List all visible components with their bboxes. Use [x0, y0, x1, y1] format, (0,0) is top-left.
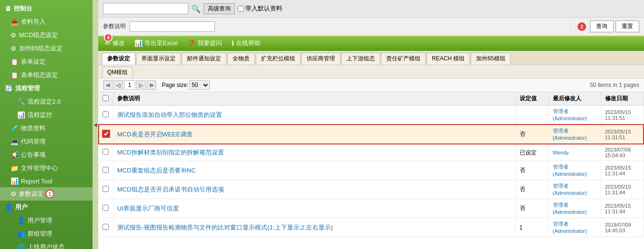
page-size-select[interactable]: 50 100 200	[189, 80, 210, 90]
user-sub-link[interactable]: (Administrator)	[553, 135, 587, 141]
user-sub-link[interactable]: (Administrator)	[553, 209, 587, 215]
row-checkbox[interactable]	[103, 131, 109, 137]
sidebar-item-form-group[interactable]: 📋 表单组态设定	[0, 68, 93, 82]
row-checkbox[interactable]	[103, 167, 109, 173]
tab-extend-pos[interactable]: 扩充栏位模组	[256, 53, 300, 65]
description-link[interactable]: 测试报告-视图报告检测物质与文件的比对窗口显示模式(1:上下显示;2:左右显示)	[117, 224, 333, 231]
export-excel-button[interactable]: 📊 导出至Excel	[131, 38, 181, 48]
row-description[interactable]: UI界面显示厂商可信度	[113, 199, 516, 218]
row-checkbox[interactable]	[103, 149, 109, 155]
search-input[interactable]	[103, 3, 188, 14]
row-description[interactable]: 测试报告-视图报告检测物质与文件的比对窗口显示模式(1:上下显示;2:左右显示)	[113, 218, 516, 237]
tab-reach-module[interactable]: REACH 模组	[427, 53, 470, 65]
user-link[interactable]: 管理者	[553, 183, 569, 189]
user-link[interactable]: 管理者	[553, 128, 569, 134]
row-description[interactable]: MCD组态是否开启承诺书自动引用选项	[113, 180, 516, 199]
sidebar-item-flow-setting[interactable]: 🔧 流程设定2.0	[0, 95, 93, 108]
user-sub-link[interactable]: (Administrator)	[553, 171, 587, 177]
sidebar-item-file-center[interactable]: 📁 文件管理中心	[0, 162, 93, 175]
advanced-search-button[interactable]: 高级查询	[204, 3, 235, 14]
tab-supplier-mgmt[interactable]: 供应商管理	[301, 53, 340, 65]
prev-page-button[interactable]: ◁	[113, 80, 123, 90]
row-value: 1	[515, 218, 549, 237]
user-link[interactable]: 管理者	[553, 221, 569, 227]
last-page-button[interactable]: ⊳	[147, 80, 156, 90]
select-all-checkbox[interactable]	[103, 95, 109, 101]
subtab-qm-module[interactable]: QM模组	[102, 67, 133, 78]
param-description-input[interactable]	[130, 21, 215, 32]
row-checkbox[interactable]	[103, 186, 109, 192]
tab-responsible-mine[interactable]: 责任矿产模组	[381, 53, 426, 65]
user-link[interactable]: 管理者	[553, 164, 569, 170]
row-description[interactable]: 测试报告添加自动带入部位物质的设置	[113, 105, 516, 125]
user-link[interactable]: 管理者	[553, 202, 569, 208]
reset-button[interactable]: 重置	[616, 20, 639, 32]
row-checkbox-cell	[99, 161, 113, 180]
tab-all-material[interactable]: 全物质	[227, 53, 255, 65]
first-page-button[interactable]: ⊲	[103, 80, 112, 90]
sidebar-item-data-import[interactable]: 📥 资料导入	[0, 15, 93, 29]
info-icon: ℹ	[232, 39, 234, 47]
sidebar-item-flow-monitor[interactable]: 📊 流程监控	[0, 108, 93, 122]
default-data-checkbox[interactable]	[238, 6, 244, 12]
description-link[interactable]: MCD拆解材类别别指定的拆解规范设置	[117, 149, 224, 156]
sidebar-item-control-panel[interactable]: 🖥 控制台	[0, 2, 93, 15]
sidebar-item-form-setting[interactable]: 📋 表单设定	[0, 55, 93, 68]
row-user: 管理者(Administrator)	[549, 105, 601, 125]
table-row: UI界面显示厂商可信度否管理者(Administrator)2023/05/15…	[99, 199, 644, 218]
description-link[interactable]: MCD组态是否开启承诺书自动引用选项	[117, 186, 224, 193]
default-data-checkbox-label[interactable]: 带入默认资料	[238, 4, 282, 13]
row-checkbox[interactable]	[103, 111, 109, 117]
user-sub-link[interactable]: (Administrator)	[553, 228, 587, 234]
tab-ca65-module[interactable]: 加州65模组	[471, 53, 510, 65]
row-date: 2023/05/1511:31:44	[601, 161, 644, 180]
sidebar-collapse-handle[interactable]: ◀	[93, 0, 98, 249]
sidebar-item-ca65-group[interactable]: ⚙ 加州65组态设定	[0, 42, 93, 55]
report-tool-icon: 📊	[10, 177, 19, 185]
sidebar-item-user-group[interactable]: 👤 用户	[0, 201, 93, 214]
header-description: 参数说明	[113, 92, 516, 105]
description-link[interactable]: MCD表是否开启WEEE调查	[117, 131, 193, 138]
row-checkbox[interactable]	[103, 205, 109, 211]
table-row: MCD组态是否开启承诺书自动引用选项否管理者(Administrator)202…	[99, 180, 644, 199]
user-link[interactable]: 管理者	[553, 108, 569, 114]
row-description[interactable]: MCD拆解材类别别指定的拆解规范设置	[113, 144, 516, 161]
description-link[interactable]: 测试报告添加自动带入部位物质的设置	[117, 111, 222, 118]
help-question-button[interactable]: ❓ 我要提问	[185, 38, 225, 48]
row-value: 否	[515, 124, 549, 144]
sidebar-item-notice[interactable]: 📢 公告事项	[0, 148, 93, 162]
header-value: 设定值	[515, 92, 549, 105]
row-description[interactable]: MCD重套组态后是否要补NC	[113, 161, 516, 180]
current-page-input[interactable]	[124, 80, 135, 90]
tab-ui-display[interactable]: 界面显示设定	[136, 53, 181, 65]
sidebar-item-group-mgmt[interactable]: 👥 群组管理	[0, 227, 93, 240]
query-button[interactable]: 查询	[590, 20, 614, 32]
sidebar-item-mcd-group[interactable]: ⚙ MCD组态设定	[0, 29, 93, 42]
description-link[interactable]: UI界面显示厂商可信度	[117, 205, 179, 212]
row-user: 管理者(Administrator)	[549, 124, 601, 144]
sidebar-item-report-tool[interactable]: 📊 Report Tool	[0, 175, 93, 187]
tab-param-setting[interactable]: 参数设定	[102, 53, 135, 65]
row-description[interactable]: MCD表是否开启WEEE调查	[113, 124, 516, 144]
description-link[interactable]: MCD重套组态后是否要补NC	[117, 167, 196, 174]
question-icon: ❓	[187, 39, 196, 47]
badge-2: 2	[578, 22, 586, 31]
user-link[interactable]: Wendy	[553, 150, 569, 155]
sidebar-item-param-setting[interactable]: ⚙ 参数设定 1	[0, 187, 93, 201]
user-sub-link[interactable]: (Administrator)	[553, 115, 587, 121]
user-sub-link[interactable]: (Administrator)	[553, 190, 587, 196]
badge-4: 4	[104, 33, 112, 42]
tab-email-notify[interactable]: 邮件通知设定	[182, 53, 226, 65]
next-page-button[interactable]: ▷	[136, 80, 146, 90]
sidebar-item-flow-mgmt[interactable]: 🔄 流程管理	[0, 82, 93, 95]
badge-1: 1	[46, 190, 54, 198]
tab-updown-stream[interactable]: 上下游组态	[341, 53, 380, 65]
sidebar-item-material[interactable]: 🧪 物质资料	[0, 122, 93, 135]
sidebar-item-user-mgmt[interactable]: 👤 用户管理	[0, 214, 93, 227]
online-help-button[interactable]: ℹ 在线帮助	[229, 38, 263, 48]
user-group-icon: 👤	[5, 203, 13, 211]
sidebar-item-online-status[interactable]: 🌐 上线用户状态	[0, 240, 93, 249]
sidebar-item-code-mgmt[interactable]: 💻 代码管理	[0, 135, 93, 148]
row-checkbox[interactable]	[103, 224, 109, 230]
header-date: 修改日期	[601, 92, 644, 105]
